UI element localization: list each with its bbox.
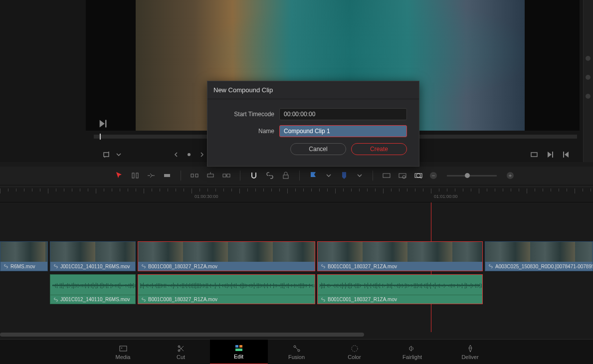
audio-clip[interactable]: B001C008_180327_R1ZA.mov — [138, 274, 315, 304]
svg-point-17 — [121, 348, 122, 349]
page-bar: Media Cut Edit Fusion Color Fairlight De… — [0, 339, 593, 364]
svg-rect-14 — [415, 174, 422, 178]
fusion-icon — [292, 344, 301, 353]
page-edit[interactable]: Edit — [210, 340, 268, 364]
panel-dot[interactable] — [586, 75, 591, 80]
right-panel — [583, 0, 593, 162]
name-input[interactable] — [279, 125, 407, 137]
zoom-custom-icon[interactable] — [414, 171, 423, 180]
timeline[interactable]: R6MS.movJ001C012_140110_R6MS.movB001C008… — [0, 202, 593, 336]
marker-icon[interactable] — [340, 171, 349, 180]
svg-point-15 — [416, 174, 420, 178]
page-color[interactable]: Color — [326, 340, 384, 364]
play-next-icon[interactable] — [98, 119, 108, 129]
next-icon[interactable] — [198, 151, 206, 159]
dot-icon[interactable] — [185, 151, 193, 159]
svg-rect-20 — [235, 345, 238, 348]
edit-icon — [234, 344, 243, 353]
clip-label: R6MS.mov — [10, 264, 35, 269]
trim-tool-icon[interactable] — [131, 171, 140, 180]
panel-dot[interactable] — [586, 94, 591, 99]
page-fairlight[interactable]: Fairlight — [384, 340, 441, 364]
clip-label: B001C008_180327_R1ZA.mov — [148, 264, 217, 269]
svg-rect-10 — [283, 175, 288, 179]
link-icon[interactable] — [265, 171, 274, 180]
crop-icon[interactable] — [103, 151, 111, 159]
zoom-slider[interactable] — [447, 175, 497, 177]
timecode-label: Start Timecode — [219, 111, 279, 118]
audio-clip[interactable]: J001C012_140110_R6MS.mov — [50, 274, 136, 304]
panel-dot[interactable] — [586, 56, 591, 61]
chevron-down-icon[interactable] — [356, 172, 364, 180]
cancel-button[interactable]: Cancel — [290, 143, 346, 155]
lock-icon[interactable] — [281, 171, 290, 180]
svg-rect-6 — [196, 174, 198, 177]
page-label: Fairlight — [402, 354, 422, 360]
zoom-in-button[interactable]: + — [507, 172, 514, 179]
media-icon — [119, 344, 128, 353]
snap-icon[interactable] — [249, 171, 258, 180]
page-fusion[interactable]: Fusion — [268, 340, 326, 364]
flag-icon[interactable] — [309, 171, 318, 180]
audio-clip[interactable]: B001C001_180327_R1ZA.mov — [317, 274, 483, 304]
timecode-input[interactable] — [279, 108, 407, 120]
skip-prev-icon[interactable] — [562, 151, 570, 159]
cut-icon — [177, 344, 186, 353]
link-icon — [321, 264, 326, 269]
chevron-down-icon[interactable] — [325, 172, 333, 180]
new-compound-clip-dialog: New Compound Clip Start Timecode Name Ca… — [207, 81, 419, 167]
zoom-detail-icon[interactable] — [398, 171, 407, 180]
link-icon — [141, 264, 146, 269]
ruler-timecode: 01:00:30:00 — [195, 194, 218, 199]
video-clip[interactable]: J001C012_140110_R6MS.mov — [50, 241, 136, 271]
svg-rect-11 — [383, 174, 390, 178]
timeline-ruler[interactable]: 01:00:30:0001:01:00:00 — [0, 186, 593, 202]
zoom-out-button[interactable]: − — [430, 172, 437, 179]
scrollbar-thumb[interactable] — [0, 333, 364, 337]
page-label: Deliver — [461, 354, 478, 360]
page-label: Edit — [234, 354, 243, 360]
chevron-down-icon[interactable] — [115, 151, 123, 159]
selection-tool-icon[interactable] — [115, 171, 124, 180]
clip-label: A003C025_150830_R0D0.[0078471-0078950 — [495, 264, 593, 269]
video-clip[interactable]: R6MS.mov — [0, 241, 48, 271]
link-icon — [3, 264, 8, 269]
svg-rect-4 — [164, 174, 170, 177]
video-clip[interactable]: B001C001_180327_R1ZA.mov — [317, 241, 483, 271]
horizontal-scrollbar[interactable] — [0, 332, 593, 337]
svg-rect-21 — [239, 345, 242, 348]
blade-tool-icon[interactable] — [163, 171, 172, 180]
svg-point-25 — [352, 346, 358, 352]
svg-rect-5 — [191, 174, 194, 177]
link-icon — [53, 297, 58, 302]
link-icon — [488, 264, 493, 269]
page-label: Media — [116, 354, 131, 360]
svg-rect-16 — [120, 346, 127, 351]
zoom-full-icon[interactable] — [382, 171, 391, 180]
link-icon — [53, 264, 58, 269]
ruler-timecode: 01:01:00:00 — [434, 194, 458, 199]
video-track: R6MS.movJ001C012_140110_R6MS.movB001C008… — [0, 241, 593, 272]
replace-icon[interactable] — [222, 171, 231, 180]
name-label: Name — [219, 128, 279, 135]
loop-icon[interactable] — [530, 151, 538, 159]
svg-rect-3 — [136, 173, 138, 178]
skip-next-icon[interactable] — [546, 151, 554, 159]
clip-label: B001C001_180327_R1ZA.mov — [328, 297, 397, 302]
page-media[interactable]: Media — [94, 340, 152, 364]
clip-label: J001C012_140110_R6MS.mov — [60, 297, 130, 302]
clip-label: B001C001_180327_R1ZA.mov — [328, 264, 397, 269]
deliver-icon — [466, 344, 475, 353]
video-clip[interactable]: B001C008_180327_R1ZA.mov — [138, 241, 315, 271]
dynamic-trim-icon[interactable] — [147, 171, 156, 180]
color-icon — [350, 344, 359, 353]
insert-icon[interactable] — [190, 171, 199, 180]
prev-icon[interactable] — [172, 151, 180, 159]
clip-label: J001C012_140110_R6MS.mov — [60, 264, 130, 269]
create-button[interactable]: Create — [351, 143, 407, 155]
video-clip[interactable]: A003C025_150830_R0D0.[0078471-0078950 — [485, 241, 593, 271]
page-deliver[interactable]: Deliver — [441, 340, 499, 364]
page-cut[interactable]: Cut — [152, 340, 210, 364]
svg-point-0 — [188, 153, 191, 156]
overwrite-icon[interactable] — [206, 171, 215, 180]
